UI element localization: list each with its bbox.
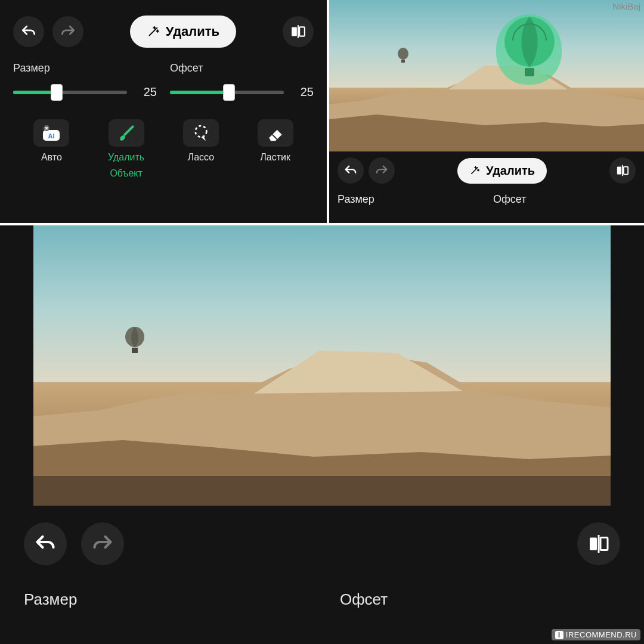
remove-button[interactable]: Удалить [457,158,547,184]
undo-icon [344,164,357,177]
compare-button[interactable] [577,522,620,565]
undo-button[interactable] [338,157,364,184]
compare-icon [588,533,609,555]
watermark-site: iIRECOMMEND.RU [552,629,640,640]
balloon-small-icon [123,327,147,357]
svg-rect-0 [292,27,297,36]
preview-image-small [329,0,644,151]
size-label: Размер [13,62,157,75]
tool-eraser[interactable]: Ластик [258,119,293,179]
lasso-icon [183,119,219,147]
svg-rect-16 [590,538,597,550]
panel-top-left: Удалить Размер 25 Офсет [0,0,327,223]
offset-slider-block: Офсет 25 [170,62,314,99]
offset-label: Офсет [493,193,636,206]
eraser-icon [258,119,293,147]
magic-wand-icon [469,165,480,176]
redo-icon [375,164,388,177]
tool-lasso[interactable]: Лассо [183,119,219,179]
tool-lasso-label: Лассо [188,151,214,163]
size-label: Размер [338,193,480,206]
watermark-user: NikiBaj [612,1,640,11]
panel-top-right: Удалить Размер Офсет [329,0,644,223]
undo-button[interactable] [24,522,67,565]
remove-button-label: Удалить [166,24,219,39]
svg-rect-10 [525,68,534,76]
remove-button-label: Удалить [486,164,535,178]
tool-eraser-label: Ластик [260,151,290,163]
size-label: Размер [24,590,304,609]
redo-button[interactable] [52,16,83,47]
tool-auto[interactable]: AI Авто [33,119,69,179]
svg-rect-8 [401,60,405,63]
offset-value: 25 [295,85,314,99]
redo-icon [60,24,76,39]
offset-slider[interactable] [170,91,284,94]
balloon-large-icon [501,17,558,86]
redo-button[interactable] [369,157,395,184]
size-value: 25 [138,85,157,99]
offset-label: Офсет [170,62,314,75]
compare-button[interactable] [283,16,314,47]
preview-image-large [33,225,611,506]
remove-button[interactable]: Удалить [130,16,236,48]
magic-wand-icon [147,25,160,38]
undo-icon [35,533,56,555]
size-slider-block: Размер 25 [13,62,157,99]
undo-icon [21,24,36,39]
landscape-mountains-icon [329,0,644,151]
svg-text:AI: AI [48,132,55,140]
panel-bottom: Размер Офсет [0,225,644,644]
redo-icon [92,533,113,555]
ai-auto-icon: AI [33,119,69,147]
svg-rect-11 [617,167,621,175]
undo-button[interactable] [13,16,44,47]
landscape-mountains-icon [33,225,611,506]
redo-button[interactable] [81,522,124,565]
compare-button[interactable] [609,157,636,184]
tool-remove-label-1: Удалить [108,151,144,163]
tool-auto-label: Авто [41,151,62,163]
compare-icon [616,164,629,177]
balloon-small-icon [396,48,410,66]
tool-remove-label-2: Объект [110,168,142,179]
svg-point-6 [196,126,207,137]
svg-rect-12 [624,167,628,175]
svg-point-7 [398,48,408,60]
brush-icon [109,119,144,147]
svg-rect-1 [299,27,305,36]
svg-rect-15 [132,348,138,353]
size-slider[interactable] [13,91,127,94]
svg-rect-17 [600,538,608,550]
tool-remove-object[interactable]: Удалить Объект [108,119,144,179]
compare-icon [290,24,306,39]
offset-label: Офсет [340,590,620,609]
